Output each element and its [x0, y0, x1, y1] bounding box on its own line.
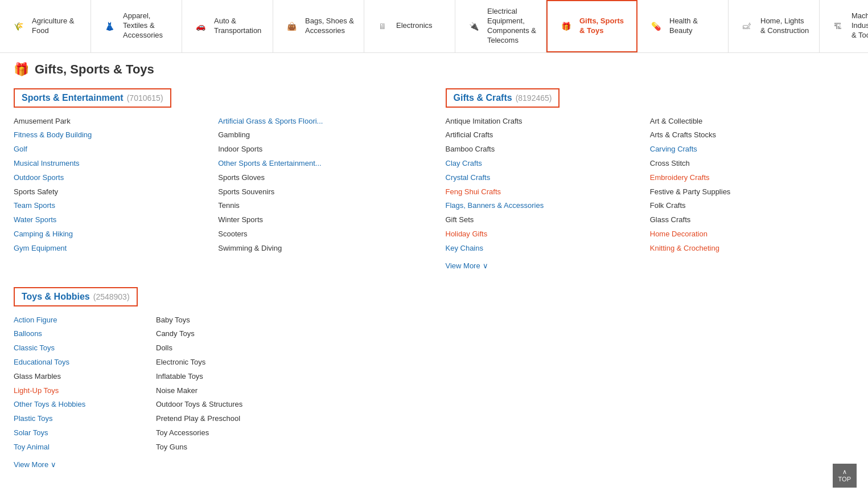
gifts-title[interactable]: Gifts & Crafts (8192465): [446, 88, 560, 108]
subcat-link[interactable]: Musical Instruments: [14, 158, 218, 170]
toys-count: (2548903): [93, 292, 130, 301]
sports-subcats: Amusement ParkFitness & Body BuildingGol…: [14, 116, 423, 255]
nav-label-bags: Bags, Shoes & Accessories: [305, 17, 355, 36]
gifts-count: (8192465): [516, 93, 552, 103]
subcat-link[interactable]: Classic Toys: [14, 342, 156, 354]
nav-item-auto[interactable]: 🚗 Auto & Transportation: [182, 0, 273, 52]
gifts-view-more[interactable]: View More ∨: [446, 261, 488, 270]
subcat-link[interactable]: Balloons: [14, 328, 156, 340]
subcat-link[interactable]: Plastic Toys: [14, 413, 156, 425]
nav-item-bags[interactable]: 👜 Bags, Shoes & Accessories: [273, 0, 364, 52]
nav-label-auto: Auto & Transportation: [214, 17, 264, 36]
nav-label-home: Home, Lights & Construction: [760, 17, 810, 36]
subcat-link[interactable]: Knitting & Crocheting: [650, 243, 854, 255]
subcat-link[interactable]: Outdoor Sports: [14, 172, 218, 184]
subcat-link[interactable]: Educational Toys: [14, 357, 156, 369]
subcat-link[interactable]: Fitness & Body Building: [14, 129, 218, 141]
toys-col2: Baby ToysCandy ToysDollsElectronic ToysI…: [156, 314, 298, 453]
subcat-link[interactable]: Feng Shui Crafts: [446, 186, 650, 198]
toys-view-more[interactable]: View More ∨: [14, 460, 56, 469]
gifts-icon: 🎁: [557, 17, 575, 35]
subcat-link[interactable]: Toy Animal: [14, 441, 156, 453]
subcat-link[interactable]: Golf: [14, 144, 218, 156]
gifts-col1: Antique Imitation CraftsArtificial Craft…: [446, 116, 650, 255]
subcat-link[interactable]: Action Figure: [14, 314, 156, 326]
subcat-link[interactable]: Folk Crafts: [650, 200, 854, 212]
subcat-link[interactable]: Sports Gloves: [218, 172, 422, 184]
subcat-link[interactable]: Key Chains: [446, 243, 650, 255]
subcat-link[interactable]: Embroidery Crafts: [650, 172, 854, 184]
subcat-link[interactable]: Toy Accessories: [156, 427, 298, 439]
subcat-link[interactable]: Antique Imitation Crafts: [446, 116, 650, 128]
subcat-link[interactable]: Arts & Crafts Stocks: [650, 129, 854, 141]
nav-item-electrical[interactable]: 🔌 Electrical Equipment, Components & Tel…: [455, 0, 546, 52]
subcat-link[interactable]: Scooters: [218, 228, 422, 240]
nav-item-health[interactable]: 💊 Health & Beauty: [637, 0, 729, 52]
nav-label-apparel: Apparel, Textiles & Accessories: [123, 11, 172, 40]
subcat-link[interactable]: Festive & Party Supplies: [650, 186, 854, 198]
subcat-link[interactable]: Artificial Grass & Sports Floori...: [218, 116, 422, 128]
top-nav: 🌾 Agriculture & Food 👗 Apparel, Textiles…: [0, 0, 868, 53]
nav-item-gifts[interactable]: 🎁 Gifts, Sports & Toys: [546, 0, 637, 52]
subcat-link[interactable]: Other Sports & Entertainment...: [218, 158, 422, 170]
machinery-icon: 🏗: [829, 17, 847, 35]
electronics-icon: 🖥: [373, 17, 392, 35]
subcat-link[interactable]: Outdoor Toys & Structures: [156, 399, 298, 411]
apparel-icon: 👗: [100, 17, 118, 35]
subcat-link[interactable]: Glass Crafts: [650, 214, 854, 226]
subcat-link[interactable]: Bamboo Crafts: [446, 144, 650, 156]
subcat-link[interactable]: Holiday Gifts: [446, 228, 650, 240]
health-icon: 💊: [647, 17, 665, 35]
subcat-link[interactable]: Glass Marbles: [14, 371, 156, 383]
subcat-link[interactable]: Electronic Toys: [156, 357, 298, 369]
subcat-link[interactable]: Amusement Park: [14, 116, 218, 128]
subcat-link[interactable]: Solar Toys: [14, 427, 156, 439]
nav-item-machinery[interactable]: 🏗 Machinery, Industrial Parts & Tools: [820, 0, 868, 52]
subcat-link[interactable]: Inflatable Toys: [156, 371, 298, 383]
sports-col2: Artificial Grass & Sports Floori...Gambl…: [218, 116, 422, 255]
sports-title[interactable]: Sports & Entertainment (7010615): [14, 88, 171, 108]
subcat-link[interactable]: Crystal Crafts: [446, 172, 650, 184]
nav-item-apparel[interactable]: 👗 Apparel, Textiles & Accessories: [91, 0, 182, 52]
chevron-down-icon: ∨: [483, 261, 488, 270]
subcat-link[interactable]: Light-Up Toys: [14, 385, 156, 397]
subcat-link[interactable]: Sports Safety: [14, 186, 218, 198]
subcat-link[interactable]: Indoor Sports: [218, 144, 422, 156]
subcat-link[interactable]: Home Decoration: [650, 228, 854, 240]
subcat-link[interactable]: Carving Crafts: [650, 144, 854, 156]
subcat-link[interactable]: Gym Equipment: [14, 243, 218, 255]
nav-label-agriculture: Agriculture & Food: [32, 17, 81, 36]
agriculture-icon: 🌾: [9, 17, 27, 35]
nav-item-electronics[interactable]: 🖥 Electronics: [364, 0, 455, 52]
subcat-link[interactable]: Flags, Banners & Accessories: [446, 200, 650, 212]
subcat-link[interactable]: Dolls: [156, 342, 298, 354]
sports-name: Sports & Entertainment: [22, 93, 124, 103]
subcat-link[interactable]: Artificial Crafts: [446, 129, 650, 141]
subcat-link[interactable]: Swimming & Diving: [218, 243, 422, 255]
subcat-link[interactable]: Baby Toys: [156, 314, 298, 326]
subcat-link[interactable]: Gambling: [218, 129, 422, 141]
toys-title[interactable]: Toys & Hobbies (2548903): [14, 287, 138, 306]
subcat-link[interactable]: Sports Souvenirs: [218, 186, 422, 198]
subcat-link[interactable]: Winter Sports: [218, 214, 422, 226]
gifts-section: Gifts & Crafts (8192465) Antique Imitati…: [446, 88, 855, 270]
nav-item-home[interactable]: 🛋 Home, Lights & Construction: [729, 0, 820, 52]
subcat-link[interactable]: Gift Sets: [446, 214, 650, 226]
subcat-link[interactable]: Cross Stitch: [650, 158, 854, 170]
back-to-top-button[interactable]: ∧ TOP: [833, 464, 857, 478]
subcat-link[interactable]: Tennis: [218, 200, 422, 212]
subcat-link[interactable]: Clay Crafts: [446, 158, 650, 170]
subcat-link[interactable]: Toy Guns: [156, 441, 298, 453]
subcat-link[interactable]: Camping & Hiking: [14, 228, 218, 240]
page-title: 🎁 Gifts, Sports & Toys: [14, 62, 854, 77]
nav-label-electronics: Electronics: [396, 21, 433, 31]
nav-item-agriculture[interactable]: 🌾 Agriculture & Food: [0, 0, 91, 52]
subcat-link[interactable]: Other Toys & Hobbies: [14, 399, 156, 411]
subcat-link[interactable]: Water Sports: [14, 214, 218, 226]
subcat-link[interactable]: Pretend Play & Preschool: [156, 413, 298, 425]
subcat-link[interactable]: Team Sports: [14, 200, 218, 212]
gifts-subcats: Antique Imitation CraftsArtificial Craft…: [446, 116, 855, 255]
subcat-link[interactable]: Art & Collectible: [650, 116, 854, 128]
subcat-link[interactable]: Candy Toys: [156, 328, 298, 340]
subcat-link[interactable]: Noise Maker: [156, 385, 298, 397]
